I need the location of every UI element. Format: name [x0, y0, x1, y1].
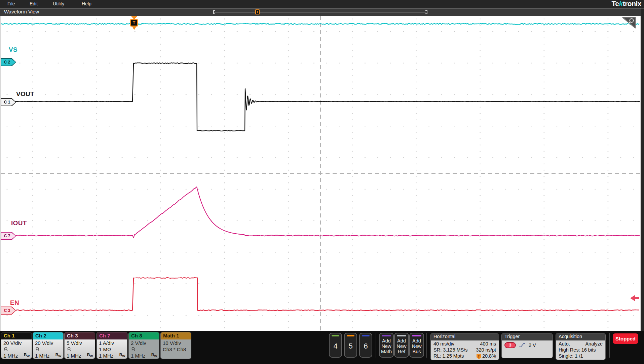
channel-4-color-stripe	[332, 335, 340, 336]
tektronix-logo: Tektronix	[612, 0, 641, 8]
trigger-position-wedge-icon	[132, 27, 136, 30]
bandwidth-limit-icon: BW	[87, 353, 93, 359]
probe-icon	[3, 347, 8, 351]
trigger-position-marker[interactable]: T	[130, 19, 138, 27]
minimap-right-bracket[interactable]	[425, 10, 427, 14]
zoom-corner-button[interactable]	[622, 16, 637, 29]
run-stop-status-button[interactable]: Stopped	[613, 333, 638, 344]
trace-label-vout[interactable]: VOUT	[16, 90, 34, 98]
channel-badge-ch7[interactable]: Ch 7 1 A/div 1 MΩ 1 MHzBW	[97, 332, 127, 359]
horizontal-settings-panel[interactable]: Horizontal 40 ms/div400 ms SR: 3.125 MS/…	[430, 333, 499, 360]
menu-help[interactable]: Help	[82, 0, 91, 8]
trigger-source-badge: 3	[504, 342, 516, 348]
channel-6-color-stripe	[362, 335, 370, 336]
add-new-math-button[interactable]: Add New Math	[379, 333, 394, 358]
waveform-view-titlebar: Waveform View T	[0, 8, 641, 16]
menu-file[interactable]: File	[7, 0, 15, 8]
acquisition-settings-panel[interactable]: Acquisition Auto,Analyze High Res: 16 bi…	[556, 333, 606, 360]
bandwidth-limit-icon: BW	[119, 353, 125, 359]
add-new-bus-button[interactable]: Add New Bus	[409, 333, 424, 358]
menu-edit[interactable]: Edit	[30, 0, 38, 8]
probe-icon	[131, 347, 136, 351]
bus-color-stripe	[412, 335, 421, 336]
view-title: Waveform View	[4, 9, 39, 14]
waveform-traces	[1, 16, 640, 331]
math-color-stripe	[382, 335, 391, 336]
trace-label-en[interactable]: EN	[10, 299, 19, 307]
minimap-left-bracket[interactable]	[213, 10, 215, 14]
waveform-canvas[interactable]: T VS VOUT IOUT EN C 2 C 1 C 7 C 3	[1, 16, 640, 331]
trace-label-iout[interactable]: IOUT	[11, 219, 27, 227]
trigger-settings-panel[interactable]: Trigger 3 2 V	[501, 333, 553, 358]
channel-6-button[interactable]: 6	[359, 333, 372, 358]
probe-icon	[35, 347, 40, 351]
bandwidth-limit-icon: BW	[151, 353, 157, 359]
channel-badge-ch3[interactable]: Ch 3 5 V/div 1 MHzBW	[64, 332, 95, 359]
trigger-level-arrow-icon[interactable]	[630, 295, 639, 301]
record-minimap[interactable]	[214, 12, 426, 12]
channel-5-button[interactable]: 5	[344, 333, 357, 358]
rising-edge-icon	[519, 342, 526, 348]
add-new-ref-button[interactable]: Add New Ref	[394, 333, 409, 358]
channel-5-color-stripe	[347, 335, 355, 336]
divider	[376, 333, 376, 358]
channel-badge-ch2[interactable]: Ch 2 20 V/div 1 MHzBW	[33, 332, 64, 359]
menu-bar: File Edit Utility Help Tektronix	[0, 0, 644, 8]
oscilloscope-app: File Edit Utility Help Tektronix Wavefor…	[0, 0, 644, 364]
menu-utility[interactable]: Utility	[53, 0, 64, 8]
minimap-trigger-icon[interactable]: T	[255, 9, 260, 14]
probe-icon	[67, 347, 71, 351]
channel-badge-ch8[interactable]: Ch 8 2 V/div 1 MHzBW	[128, 332, 159, 359]
bandwidth-limit-icon: BW	[55, 353, 61, 359]
divider	[609, 333, 610, 358]
math-badge-math1[interactable]: Math 1 10 V/div Ch3 * Ch8	[160, 332, 191, 359]
channel-badge-ch1[interactable]: Ch 1 20 V/div 1 MHzBW	[1, 332, 32, 359]
trigger-flag-icon: T	[477, 354, 481, 359]
channel-4-button[interactable]: 4	[329, 333, 342, 358]
ref-color-stripe	[397, 335, 406, 336]
trace-label-vs[interactable]: VS	[9, 46, 17, 53]
settings-bar: Ch 1 20 V/div 1 MHzBW Ch 2 20 V/div 1 MH…	[0, 331, 644, 364]
bandwidth-limit-icon: BW	[24, 353, 30, 359]
analyze-link[interactable]: Analyze	[585, 341, 603, 347]
divider	[426, 333, 427, 358]
